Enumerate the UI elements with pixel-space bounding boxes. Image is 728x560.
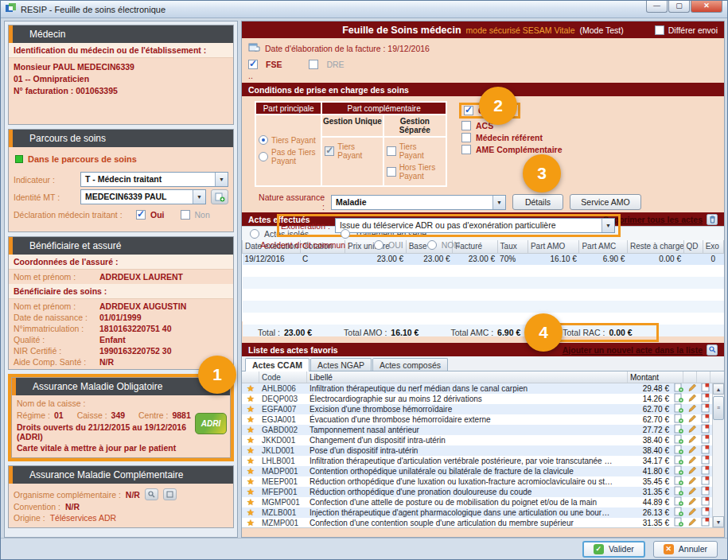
convention-value: N/R — [65, 502, 80, 511]
fse-dots: .. — [248, 71, 718, 80]
favorite-star-icon[interactable]: ★ — [242, 445, 259, 456]
favorite-star-icon[interactable]: ★ — [242, 404, 259, 414]
total-rac-value: 0.00 € — [609, 328, 632, 337]
add-acte-icon[interactable] — [672, 517, 685, 527]
amc-clear-button[interactable] — [163, 488, 177, 500]
pas-tiers-payant-radio[interactable]: Pas de Tiers Payant — [259, 148, 318, 165]
date-icon — [248, 42, 260, 54]
accident-oui-radio[interactable]: OUI — [374, 240, 403, 250]
medecin-referent-checkbox[interactable] — [461, 133, 471, 142]
identite-mt-select[interactable]: MEDECIN6339 PAUL — [80, 189, 206, 204]
exoneration-select[interactable]: Issue du téléservice ADR ou pas d'exonér… — [335, 218, 615, 233]
beneficiaire-rows: Nom et prénom : ADRDEUX AUGUSTIN Date de… — [9, 299, 233, 369]
favorite-star-icon[interactable]: ★ — [242, 435, 259, 445]
acs-checkbox[interactable] — [461, 121, 471, 130]
fav-acte-row[interactable]: ★ JKLD001 Pose d'un dispositif intra-uté… — [242, 445, 712, 456]
tab-actes-ccam[interactable]: Actes CCAM — [245, 358, 309, 371]
acte-row[interactable]: 19/12/2016C23.00 €23.00 €23.00 €70%16.10… — [243, 253, 724, 265]
tab-actes-composes[interactable]: Actes composés — [372, 358, 448, 371]
dre-checkbox[interactable] — [309, 60, 318, 69]
favorite-star-icon[interactable]: ★ — [242, 508, 259, 518]
fav-acte-row[interactable]: ★ DEQP003 Électrocardiographie sur au mo… — [242, 394, 712, 404]
fs-mode: mode sécurisé SESAM Vitale — [466, 25, 575, 35]
details-button[interactable]: Détails — [512, 194, 563, 210]
select-medecin-button[interactable] — [211, 189, 228, 204]
exoneration-label: Exonération : — [281, 221, 330, 231]
declaration-oui-checkbox[interactable] — [136, 210, 146, 220]
fav-acte-row[interactable]: ★ JKKD001 Changement d'un dispositif int… — [242, 435, 712, 445]
carte-vitale-msg: Carte vitale à mettre à jour par le pati… — [17, 443, 225, 453]
favoris-tabs: Actes CCAMActes NGAPActes composés — [242, 356, 724, 371]
fav-acte-row[interactable]: ★ MGMP001 Confection d'une attelle de po… — [242, 497, 712, 508]
favorite-star-icon[interactable]: ★ — [242, 476, 259, 487]
scroll-thumb[interactable]: ≡ — [713, 396, 724, 420]
adri-logo[interactable]: ADRI — [195, 413, 227, 434]
callout-badge-4: 4 — [524, 313, 563, 352]
gu-tiers-payant-checkbox[interactable]: Tiers Payant — [325, 142, 380, 160]
valider-button[interactable]: ✓ Valider — [582, 541, 645, 558]
ame-checkbox[interactable] — [461, 145, 471, 154]
declaration-non-checkbox[interactable] — [181, 210, 190, 220]
favorite-star-icon[interactable]: ★ — [242, 497, 259, 508]
beneficiaire-row: Aide Comp. Santé : N/R — [14, 356, 228, 368]
edit-acte-icon[interactable] — [685, 517, 699, 527]
tiers-payant-table: Part principale Part complémentaire Tier… — [255, 101, 447, 187]
tiers-payant-radio[interactable]: Tiers Payant — [259, 135, 318, 145]
fav-acte-row[interactable]: ★ MZLB001 Injection thérapeutique d'agen… — [242, 508, 712, 518]
search-icon[interactable] — [707, 344, 718, 356]
scroll-up-icon[interactable]: ▲ — [713, 383, 724, 395]
gs-tiers-payant-checkbox[interactable]: Tiers Payant — [387, 142, 443, 160]
empty-row — [243, 265, 724, 277]
fav-acte-row[interactable]: ★ MZMP001 Confection d'une contention so… — [242, 518, 712, 527]
ajouter-acte-link[interactable]: Ajouter un nouvel acte dans la liste — [563, 345, 703, 355]
favorite-star-icon[interactable]: ★ — [242, 456, 259, 466]
nature-label: Nature assurance : — [255, 192, 325, 212]
minimize-button[interactable]: — — [646, 1, 668, 13]
medecin-referent-row: Médecin référent — [461, 133, 563, 142]
empty-row — [243, 301, 724, 313]
nature-select[interactable]: Maladie — [331, 195, 506, 210]
annuler-button[interactable]: ✕ Annuler — [653, 541, 718, 558]
section-amo: Assurance Maladie Obligatoire Nom de la … — [11, 377, 231, 458]
favorite-star-icon[interactable]: ★ — [242, 487, 259, 497]
service-amo-button[interactable]: Service AMO — [570, 194, 641, 210]
indicateur-select[interactable]: T - Médecin traitant — [80, 172, 228, 187]
favorite-star-icon[interactable]: ★ — [242, 518, 259, 527]
fav-acte-row[interactable]: ★ MADP001 Contention orthopédique unilat… — [242, 466, 712, 476]
section-amc: Assurance Maladie Complémentaire Organis… — [8, 465, 234, 528]
fav-acte-row[interactable]: ★ GABD002 Tamponnement nasal antérieur 2… — [242, 425, 712, 435]
tarif-acte-icon[interactable] — [699, 517, 712, 527]
section-amo-header: Assurance Maladie Obligatoire — [12, 378, 230, 395]
tab-actes-ngap[interactable]: Actes NGAP — [310, 358, 372, 371]
favorite-star-icon[interactable]: ★ — [242, 425, 259, 435]
cmu-checkbox[interactable] — [464, 106, 473, 115]
empty-row — [243, 277, 724, 289]
scroll-down-icon[interactable]: ▼ — [713, 516, 724, 527]
maximize-button[interactable]: ▢ — [668, 1, 690, 13]
fav-acte-row[interactable]: ★ AHLB006 Infiltration thérapeutique du … — [242, 383, 712, 394]
fav-acte-row[interactable]: ★ MFEP001 Réduction orthopédique d'une p… — [242, 487, 712, 497]
window-body: Médecin Identification du médecin ou de … — [1, 18, 727, 538]
favorite-star-icon[interactable]: ★ — [242, 414, 259, 425]
section-beneficiaire-header: Bénéficiaire et assuré — [9, 237, 233, 255]
amc-search-button[interactable] — [145, 488, 158, 500]
favorite-star-icon[interactable]: ★ — [242, 394, 259, 404]
medecin-identity: Monsieur PAUL MEDECIN633901 -- Omniprati… — [9, 58, 233, 100]
section-parcours: Parcours de soins Dans le parcours de so… — [8, 129, 234, 232]
favorite-star-icon[interactable]: ★ — [242, 466, 259, 476]
favoris-scrollbar[interactable]: ▲ ≡ ▼ — [712, 383, 724, 527]
fse-checkbox[interactable] — [248, 60, 258, 69]
fs-test-mode: (Mode Test) — [580, 25, 624, 35]
medecin-line: N° facturation : 001063395 — [14, 85, 228, 97]
fav-acte-row[interactable]: ★ MEEP001 Réduction orthopédique d'une l… — [242, 476, 712, 487]
empty-row — [243, 289, 724, 301]
fav-acte-row[interactable]: ★ LHLB001 Infiltration thérapeutique d'a… — [242, 456, 712, 466]
fav-acte-row[interactable]: ★ EGFA007 Excision d'une thrombose hémor… — [242, 404, 712, 414]
favorite-star-icon[interactable]: ★ — [242, 383, 259, 394]
accident-non-radio[interactable]: NON — [427, 240, 460, 250]
acs-row: ACS — [461, 121, 563, 130]
close-button[interactable]: ✕ — [691, 1, 722, 13]
fav-acte-row[interactable]: ★ EGJA001 Évacuation d'une thrombose hém… — [242, 414, 712, 425]
gs-hors-tiers-payant-checkbox[interactable]: Hors Tiers Payant — [387, 163, 443, 181]
differer-envoi-checkbox[interactable] — [655, 25, 664, 35]
